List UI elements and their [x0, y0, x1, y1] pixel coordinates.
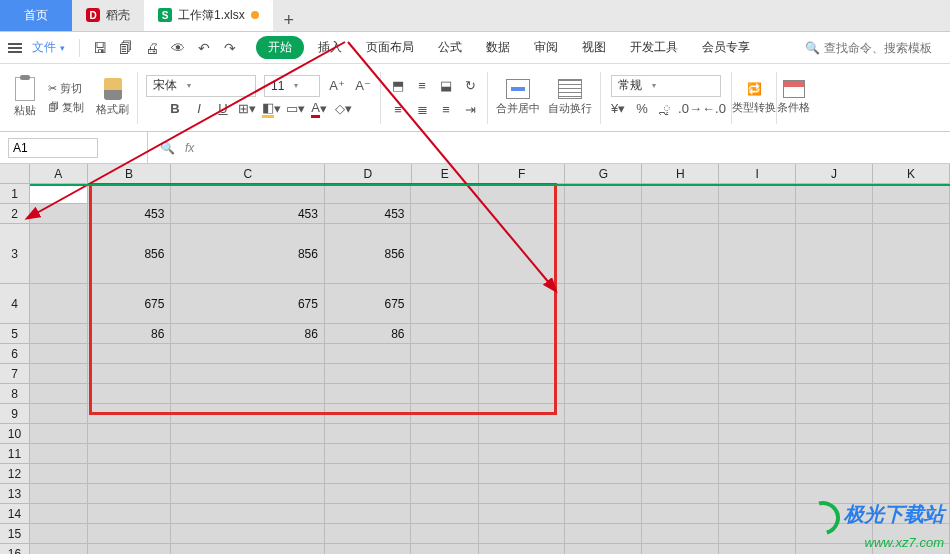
- ribbon-tab-data[interactable]: 数据: [476, 35, 520, 60]
- row-header-15[interactable]: 15: [0, 524, 30, 544]
- cell-A8[interactable]: [30, 384, 88, 404]
- align-middle-icon[interactable]: ≡: [413, 77, 431, 95]
- cell-H10[interactable]: [642, 424, 719, 444]
- cell-B4[interactable]: 675: [88, 284, 172, 324]
- cell-I6[interactable]: [719, 344, 796, 364]
- cell-B12[interactable]: [88, 464, 172, 484]
- cell-H8[interactable]: [642, 384, 719, 404]
- cell-H5[interactable]: [642, 324, 719, 344]
- cell-A2[interactable]: [30, 204, 88, 224]
- cell-H13[interactable]: [642, 484, 719, 504]
- cell-H11[interactable]: [642, 444, 719, 464]
- tab-home[interactable]: 首页: [0, 0, 72, 31]
- cell-G5[interactable]: [565, 324, 642, 344]
- cell-H14[interactable]: [642, 504, 719, 524]
- cell-C12[interactable]: [171, 464, 325, 484]
- cell-C13[interactable]: [171, 484, 325, 504]
- cell-A10[interactable]: [30, 424, 88, 444]
- cells-area[interactable]: 453453453856856856675675675868686: [30, 184, 950, 554]
- cell-G13[interactable]: [565, 484, 642, 504]
- fx-icon[interactable]: fx: [185, 141, 194, 155]
- cell-G4[interactable]: [565, 284, 642, 324]
- cell-D15[interactable]: [325, 524, 412, 544]
- cell-B11[interactable]: [88, 444, 172, 464]
- cell-D1[interactable]: [325, 184, 412, 204]
- cell-G6[interactable]: [565, 344, 642, 364]
- format-painter-button[interactable]: 格式刷: [96, 78, 129, 117]
- cell-J2[interactable]: [796, 204, 873, 224]
- cell-I13[interactable]: [719, 484, 796, 504]
- cell-reference-input[interactable]: [8, 138, 98, 158]
- font-select[interactable]: 宋体▾: [146, 75, 256, 97]
- cell-F12[interactable]: [479, 464, 566, 484]
- cell-A3[interactable]: [30, 224, 88, 284]
- font-color-button[interactable]: A▾: [310, 100, 328, 118]
- currency-icon[interactable]: ¥▾: [609, 100, 627, 118]
- cell-G14[interactable]: [565, 504, 642, 524]
- cell-B10[interactable]: [88, 424, 172, 444]
- col-header-H[interactable]: H: [642, 164, 719, 184]
- file-menu[interactable]: 文件▾: [28, 39, 69, 56]
- col-header-A[interactable]: A: [30, 164, 88, 184]
- cell-C15[interactable]: [171, 524, 325, 544]
- cell-G9[interactable]: [565, 404, 642, 424]
- cell-I14[interactable]: [719, 504, 796, 524]
- cell-F7[interactable]: [479, 364, 566, 384]
- cell-D13[interactable]: [325, 484, 412, 504]
- cell-I10[interactable]: [719, 424, 796, 444]
- ribbon-tab-review[interactable]: 审阅: [524, 35, 568, 60]
- cell-I4[interactable]: [719, 284, 796, 324]
- cell-E3[interactable]: [411, 224, 478, 284]
- cell-F6[interactable]: [479, 344, 566, 364]
- cell-G11[interactable]: [565, 444, 642, 464]
- cell-J4[interactable]: [796, 284, 873, 324]
- col-header-D[interactable]: D: [325, 164, 412, 184]
- cell-D3[interactable]: 856: [325, 224, 412, 284]
- cell-K11[interactable]: [873, 444, 950, 464]
- cell-H3[interactable]: [642, 224, 719, 284]
- cell-F10[interactable]: [479, 424, 566, 444]
- align-left-icon[interactable]: ≡: [389, 101, 407, 119]
- cell-J6[interactable]: [796, 344, 873, 364]
- cell-I9[interactable]: [719, 404, 796, 424]
- cell-B14[interactable]: [88, 504, 172, 524]
- cell-D8[interactable]: [325, 384, 412, 404]
- row-header-11[interactable]: 11: [0, 444, 30, 464]
- font-size-select[interactable]: 11▾: [264, 75, 320, 97]
- cell-G1[interactable]: [565, 184, 642, 204]
- cell-D11[interactable]: [325, 444, 412, 464]
- cell-B16[interactable]: [88, 544, 172, 554]
- cell-A6[interactable]: [30, 344, 88, 364]
- cell-J8[interactable]: [796, 384, 873, 404]
- cell-G16[interactable]: [565, 544, 642, 554]
- name-box[interactable]: [0, 132, 148, 163]
- cell-F14[interactable]: [479, 504, 566, 524]
- cell-K6[interactable]: [873, 344, 950, 364]
- cell-C3[interactable]: 856: [171, 224, 325, 284]
- cell-E11[interactable]: [411, 444, 478, 464]
- search-input[interactable]: [824, 41, 934, 55]
- cell-G8[interactable]: [565, 384, 642, 404]
- ribbon-tab-vip[interactable]: 会员专享: [692, 35, 760, 60]
- cell-C5[interactable]: 86: [171, 324, 325, 344]
- cell-D5[interactable]: 86: [325, 324, 412, 344]
- cell-H4[interactable]: [642, 284, 719, 324]
- cell-F16[interactable]: [479, 544, 566, 554]
- underline-button[interactable]: U: [214, 100, 232, 118]
- tab-doke[interactable]: D稻壳: [72, 0, 144, 31]
- cell-E13[interactable]: [411, 484, 478, 504]
- cell-A9[interactable]: [30, 404, 88, 424]
- merge-button[interactable]: 合并居中: [496, 79, 540, 116]
- cell-F3[interactable]: [479, 224, 566, 284]
- cell-F11[interactable]: [479, 444, 566, 464]
- cell-B6[interactable]: [88, 344, 172, 364]
- col-header-C[interactable]: C: [171, 164, 325, 184]
- cell-D16[interactable]: [325, 544, 412, 554]
- dec-inc-icon[interactable]: .0→: [681, 100, 699, 118]
- cell-F1[interactable]: [479, 184, 566, 204]
- cell-H2[interactable]: [642, 204, 719, 224]
- cell-G12[interactable]: [565, 464, 642, 484]
- cell-E6[interactable]: [411, 344, 478, 364]
- cell-D9[interactable]: [325, 404, 412, 424]
- cell-I15[interactable]: [719, 524, 796, 544]
